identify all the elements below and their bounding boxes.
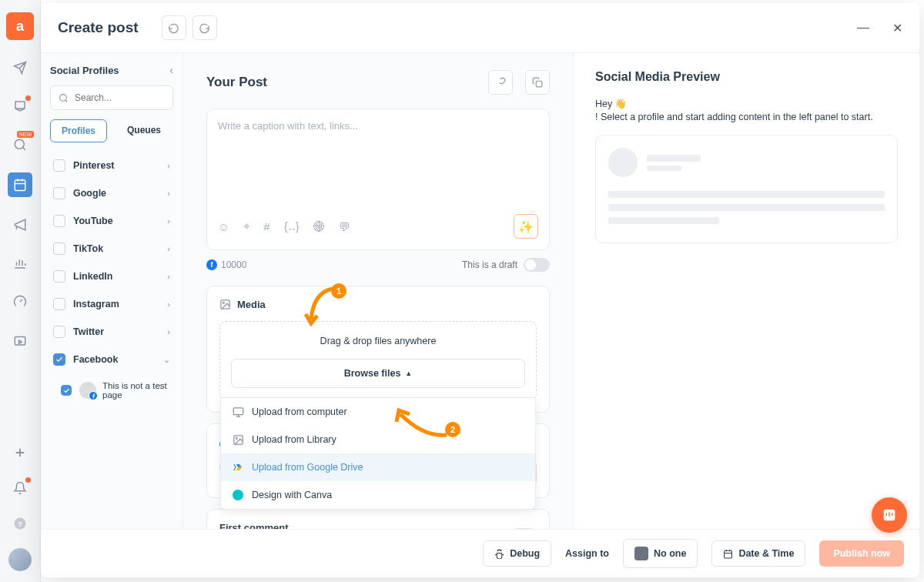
preview-title: Social Media Preview: [595, 70, 898, 84]
char-count: f 10000: [206, 259, 246, 270]
first-comment-toggle[interactable]: [511, 528, 537, 530]
hashtag-icon[interactable]: #: [263, 220, 270, 233]
minimize-button[interactable]: —: [858, 22, 869, 33]
library-upload-icon: [232, 433, 244, 446]
gdrive-icon: [232, 461, 244, 473]
svg-point-0: [15, 139, 24, 149]
wave-emoji: 👋: [614, 98, 627, 109]
draft-label: This is a draft: [462, 259, 517, 270]
sub-profile-page[interactable]: This is not a test page: [50, 373, 173, 407]
upload-google-drive[interactable]: Upload from Google Drive: [221, 453, 535, 481]
bell-icon[interactable]: [9, 477, 31, 499]
tab-profiles[interactable]: Profiles: [50, 119, 107, 142]
profiles-panel: Social Profiles ‹ Profiles Queues Pinter…: [41, 53, 183, 529]
close-button[interactable]: ✕: [892, 22, 902, 33]
upload-dropdown: Upload from computer Upload from Library…: [220, 397, 536, 510]
globe-icon[interactable]: 🌐︎: [313, 220, 325, 233]
svg-point-8: [223, 302, 224, 303]
profile-facebook[interactable]: Facebook⌄: [50, 346, 173, 373]
megaphone-icon[interactable]: [9, 214, 31, 236]
assignee-button[interactable]: No one: [623, 539, 698, 568]
svg-rect-6: [536, 81, 542, 87]
datetime-button[interactable]: Date & Time: [711, 540, 805, 567]
publish-button[interactable]: Publish now: [819, 540, 904, 567]
help-icon[interactable]: ?: [9, 513, 31, 534]
modal-title: Create post: [58, 19, 139, 36]
draft-toggle[interactable]: [524, 258, 550, 272]
first-comment-title: First comment: [219, 522, 377, 529]
variable-icon[interactable]: {‥}: [284, 219, 300, 233]
preview-text: Hey 👋 ! Select a profile and start addin…: [595, 98, 898, 122]
svg-point-5: [60, 94, 67, 101]
post-title: Your Post: [206, 75, 267, 90]
modal-footer: Debug Assign to No one Date & Time Publi…: [41, 529, 919, 577]
upload-library[interactable]: Upload from Library: [221, 426, 535, 453]
search-icon: [59, 93, 69, 103]
preview-panel: Social Media Preview Hey 👋 ! Select a pr…: [573, 53, 919, 529]
search-input[interactable]: [50, 85, 173, 110]
search-world-icon[interactable]: NEW: [9, 134, 31, 156]
create-post-modal: Create post — ✕ Social Profiles ‹ Profil…: [41, 3, 919, 577]
caption-box[interactable]: Write a caption with text, links... ☺ ⌖ …: [206, 109, 550, 250]
library-icon[interactable]: [9, 329, 31, 351]
preview-avatar-placeholder: [608, 148, 638, 177]
emoji-icon[interactable]: ☺: [218, 220, 229, 233]
app-logo[interactable]: a: [6, 12, 34, 40]
modal-header: Create post — ✕: [41, 3, 919, 53]
media-title: Media: [237, 299, 266, 310]
preview-card: [595, 135, 898, 243]
location-icon[interactable]: ⌖: [243, 219, 249, 233]
upload-canva[interactable]: Design with Canva: [221, 481, 535, 509]
browse-files-button[interactable]: Browse files ▲: [231, 359, 525, 388]
post-panel: Your Post Write a caption with text, lin…: [183, 53, 573, 529]
intercom-button[interactable]: [872, 497, 907, 533]
media-dropzone[interactable]: Drag & drop files anywhere Browse files …: [219, 321, 537, 400]
copy-button[interactable]: [525, 70, 550, 95]
profile-linkedin[interactable]: LinkedIn›: [50, 263, 173, 290]
monitor-icon: [232, 406, 244, 418]
facebook-icon: f: [206, 259, 217, 270]
assign-label: Assign to: [565, 548, 609, 559]
profile-twitter[interactable]: Twitter›: [50, 318, 173, 346]
calendar-icon[interactable]: [8, 172, 32, 197]
debug-button[interactable]: Debug: [483, 540, 551, 567]
caption-placeholder: Write a caption with text, links...: [218, 120, 538, 205]
svg-rect-14: [725, 550, 732, 558]
ai-magic-button[interactable]: ✨: [514, 214, 538, 239]
svg-text:?: ?: [18, 520, 22, 528]
redo-button[interactable]: [192, 15, 217, 40]
profiles-title: Social Profiles: [50, 65, 119, 76]
app-sidebar: a NEW ?: [0, 0, 41, 582]
user-avatar[interactable]: [8, 548, 32, 571]
profile-pinterest[interactable]: Pinterest›: [50, 152, 173, 179]
svg-rect-9: [233, 407, 243, 414]
svg-rect-1: [15, 180, 25, 191]
profile-youtube[interactable]: YouTube›: [50, 207, 173, 235]
link-button[interactable]: [488, 70, 513, 95]
profile-instagram[interactable]: Instagram›: [50, 290, 173, 318]
first-comment-section: First comment Publish a first comment wi…: [206, 509, 550, 529]
collapse-profiles-button[interactable]: ‹: [169, 64, 173, 76]
upload-computer[interactable]: Upload from computer: [221, 398, 535, 426]
drop-text: Drag & drop files anywhere: [231, 336, 525, 346]
analytics-icon[interactable]: [9, 253, 31, 274]
profile-google[interactable]: Google›: [50, 179, 173, 207]
undo-button[interactable]: [162, 15, 186, 40]
inbox-icon[interactable]: [9, 95, 31, 117]
tab-queues[interactable]: Queues: [116, 119, 172, 142]
gauge-icon[interactable]: [9, 291, 31, 313]
chat-icon[interactable]: 💬︎: [339, 220, 350, 233]
canva-icon: [232, 489, 244, 501]
send-icon[interactable]: [9, 57, 31, 79]
plus-icon[interactable]: [9, 442, 31, 463]
image-icon: [219, 299, 231, 310]
svg-point-11: [236, 437, 237, 439]
noone-icon: [634, 547, 648, 560]
media-section: Media Drag & drop files anywhere Browse …: [206, 286, 550, 413]
profile-tiktok[interactable]: TikTok›: [50, 235, 173, 263]
